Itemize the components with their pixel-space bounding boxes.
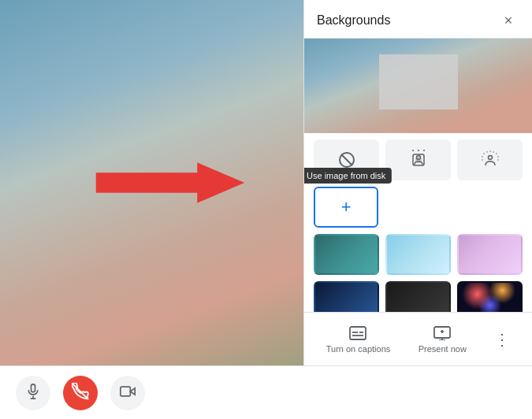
svg-line-2 xyxy=(341,154,352,165)
svg-point-11 xyxy=(486,151,488,153)
svg-point-9 xyxy=(488,156,492,160)
svg-point-18 xyxy=(482,159,483,161)
full-blur-option[interactable] xyxy=(457,139,523,180)
svg-point-12 xyxy=(489,150,491,152)
end-call-button[interactable] xyxy=(63,376,98,410)
more-options-button[interactable]: ⋮ xyxy=(488,325,516,354)
svg-point-16 xyxy=(497,159,499,161)
svg-point-17 xyxy=(482,156,483,158)
panel-bottom-toolbar: Turn on captions Present now ⋮ xyxy=(304,312,532,365)
arrow-indicator xyxy=(91,159,249,206)
grid-area[interactable]: Use image from disk + xyxy=(304,133,532,312)
mic-icon xyxy=(25,384,41,402)
svg-rect-32 xyxy=(121,387,131,396)
present-label: Present now xyxy=(419,344,467,354)
main-area: Backgrounds × xyxy=(0,0,532,365)
no-bg-icon xyxy=(336,149,358,171)
background-thumb-fireworks[interactable] xyxy=(457,281,523,312)
no-background-option[interactable] xyxy=(314,139,379,180)
full-blur-icon xyxy=(479,149,501,171)
backgrounds-panel: Backgrounds × xyxy=(303,0,532,365)
call-controls-toolbar xyxy=(0,365,532,419)
background-thumb-sky[interactable] xyxy=(385,234,451,275)
mic-button[interactable] xyxy=(16,376,50,410)
svg-rect-19 xyxy=(350,327,366,339)
phone-icon xyxy=(72,383,89,402)
camera-button[interactable] xyxy=(110,376,145,410)
svg-rect-28 xyxy=(32,384,35,392)
toolbar-left xyxy=(16,376,145,410)
slight-blur-option[interactable] xyxy=(385,139,451,180)
close-button[interactable]: × xyxy=(497,9,519,32)
plus-icon: + xyxy=(341,197,352,217)
video-feed xyxy=(0,0,303,365)
add-image-button[interactable]: Use image from disk + xyxy=(314,187,378,228)
more-icon: ⋮ xyxy=(494,330,510,349)
slight-blur-icon xyxy=(407,149,430,171)
present-icon xyxy=(433,324,451,342)
svg-point-15 xyxy=(497,156,499,158)
background-thumb-dark-gray[interactable] xyxy=(385,281,451,312)
present-now-button[interactable]: Present now xyxy=(412,321,473,357)
options-row xyxy=(314,139,523,180)
preview-face-blur xyxy=(379,54,458,109)
preview-image xyxy=(304,39,532,133)
camera-icon xyxy=(120,384,136,402)
captions-icon xyxy=(349,324,366,342)
panel-title: Backgrounds xyxy=(317,13,390,28)
background-thumb-purple-pink[interactable] xyxy=(457,234,523,275)
thumbnail-grid xyxy=(314,234,523,312)
svg-point-13 xyxy=(493,151,494,153)
background-thumb-teal[interactable] xyxy=(314,234,379,275)
captions-label: Turn on captions xyxy=(326,344,391,354)
add-image-row: Use image from disk + xyxy=(314,187,523,228)
panel-header: Backgrounds × xyxy=(304,0,532,39)
svg-point-14 xyxy=(496,153,497,154)
svg-point-10 xyxy=(483,153,485,154)
svg-marker-0 xyxy=(95,162,244,202)
background-thumb-dark-blue[interactable] xyxy=(314,281,379,312)
captions-button[interactable]: Turn on captions xyxy=(320,321,397,357)
